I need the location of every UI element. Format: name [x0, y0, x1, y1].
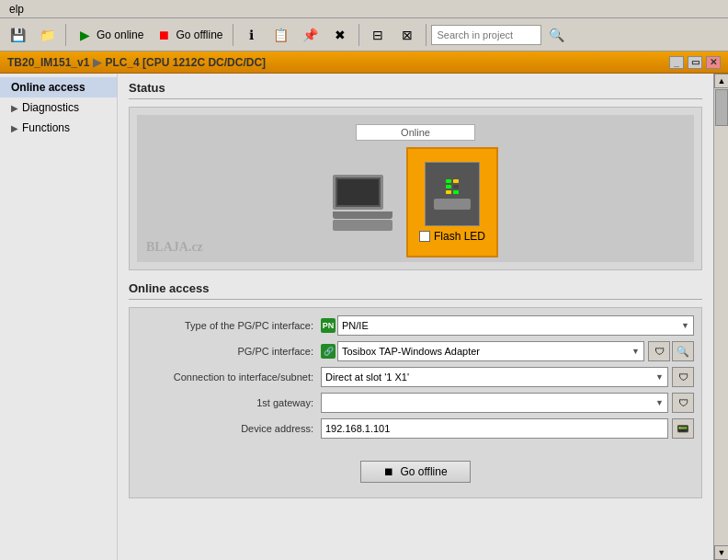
config-row-gateway: 1st gateway: ▼ 🛡	[137, 393, 694, 413]
go-online-label: Go online	[97, 29, 143, 41]
search-input[interactable]	[431, 25, 541, 45]
scroll-up-button[interactable]: ▲	[714, 74, 728, 88]
search-icon: 🔍	[548, 26, 566, 44]
computer-screen	[333, 175, 383, 210]
sidebar-item-online-access[interactable]: Online access	[0, 77, 117, 97]
go-offline-button[interactable]: ⏹ Go offline	[150, 22, 227, 48]
go-online-button[interactable]: ▶ Go online	[71, 22, 148, 48]
connection-select[interactable]: Direct at slot '1 X1' ▼	[321, 367, 668, 387]
sidebar: Online access ▶ Diagnostics ▶ Functions	[0, 74, 118, 560]
device-address-input[interactable]	[321, 418, 668, 439]
info-icon: ℹ	[243, 26, 261, 44]
sidebar-item-functions-label: Functions	[22, 121, 70, 134]
plc-inner	[425, 162, 480, 226]
save-button[interactable]: 💾	[4, 22, 31, 48]
computer-keyboard	[333, 220, 392, 231]
sidebar-item-diagnostics-label: Diagnostics	[22, 101, 79, 114]
flash-led-container: Flash LED	[419, 230, 485, 243]
content-area: Status Online	[118, 74, 713, 560]
separator-2	[233, 24, 233, 46]
separator-4	[426, 24, 427, 46]
info-button[interactable]: ℹ	[238, 22, 266, 48]
plc-led-row-2	[446, 185, 459, 189]
go-offline-btn-label: Go offline	[400, 465, 447, 478]
pgpc-interface-value: Tosibox TAP-Windows Adapter	[342, 346, 480, 357]
breadcrumb-arrow-1: ▶	[93, 56, 101, 69]
flash-led-label: Flash LED	[434, 230, 485, 243]
computer-icon	[333, 175, 397, 230]
go-online-icon: ▶	[75, 26, 94, 44]
plc-device: Flash LED	[406, 147, 498, 257]
go-offline-label: Go offline	[176, 29, 222, 41]
pgpc-interface-select[interactable]: Tosibox TAP-Windows Adapter ▼	[337, 341, 644, 361]
scroll-down-button[interactable]: ▼	[714, 545, 728, 560]
go-offline-icon: ⏹	[154, 26, 173, 44]
plc-led-5	[446, 190, 451, 194]
tile-v-button[interactable]: ⊟	[364, 22, 392, 48]
sidebar-item-diagnostics[interactable]: ▶ Diagnostics	[0, 97, 117, 118]
tile-h-button[interactable]: ⊠	[393, 22, 421, 48]
config-row-connection: Connection to interface/subnet: Direct a…	[137, 367, 694, 387]
title-bar: TB20_IM151_v1 ▶ PLC_4 [CPU 1212C DC/DC/D…	[0, 51, 728, 74]
gateway-select[interactable]: ▼	[321, 393, 668, 413]
status-visual: Online	[137, 115, 694, 262]
status-panel: Online	[129, 107, 702, 270]
status-divider	[129, 98, 702, 99]
restore-button[interactable]: ▭	[688, 56, 702, 69]
plc-led-3	[446, 185, 451, 189]
pgpc-search-button[interactable]: 🔍	[672, 341, 694, 361]
connection-buttons: 🛡	[672, 367, 694, 387]
separator-1	[65, 24, 66, 46]
gateway-arrow: ▼	[655, 398, 664, 407]
diagnostics-expand-icon: ▶	[11, 103, 18, 113]
window-controls: _ ▭ ✕	[669, 56, 721, 69]
connection-shield-button[interactable]: 🛡	[672, 367, 694, 387]
computer-base	[333, 211, 392, 219]
functions-expand-icon: ▶	[11, 123, 18, 133]
connection-arrow: ▼	[655, 372, 664, 382]
scroll-thumb[interactable]	[715, 89, 728, 126]
close-button[interactable]: ✕	[706, 56, 721, 69]
go-offline-container: ⏹ Go offline	[137, 450, 694, 490]
minimize-button[interactable]: _	[669, 56, 684, 69]
config-row-pgpc-interface: PG/PC interface: 🔗 Tosibox TAP-Windows A…	[137, 341, 694, 361]
pgpc-interface-arrow: ▼	[631, 347, 640, 356]
plc-led-6	[453, 190, 459, 194]
tile-h-icon: ⊠	[398, 26, 416, 44]
open-icon: 📁	[38, 26, 56, 44]
menu-elp[interactable]: elp	[4, 1, 29, 17]
connection-value: Direct at slot '1 X1'	[325, 371, 409, 383]
device-address-label: Device address:	[137, 423, 321, 434]
pgpc-icon: 🔗	[321, 344, 336, 359]
toolbar: 💾 📁 ▶ Go online ⏹ Go offline ℹ 📋 📌 ✖ ⊟ ⊠…	[0, 18, 728, 51]
config-row-interface-type: Type of the PG/PC interface: PN PN/IE ▼	[137, 315, 694, 336]
paste-button[interactable]: 📌	[297, 22, 324, 48]
gateway-label: 1st gateway:	[137, 397, 321, 408]
copy-button[interactable]: 📋	[267, 22, 295, 48]
flash-led-checkbox[interactable]	[419, 231, 430, 242]
config-go-offline-button[interactable]: ⏹ Go offline	[360, 461, 470, 483]
interface-type-select-group: PN PN/IE ▼	[321, 315, 694, 336]
interface-type-value: PN/IE	[342, 320, 369, 331]
interface-type-label: Type of the PG/PC interface:	[137, 320, 321, 331]
interface-type-select[interactable]: PN/IE ▼	[337, 315, 694, 336]
open-button[interactable]: 📁	[33, 22, 61, 48]
separator-3	[358, 24, 359, 46]
copy-icon: 📋	[272, 26, 290, 44]
gateway-shield-button[interactable]: 🛡	[672, 393, 694, 413]
pnie-icon: PN	[321, 318, 336, 333]
pgpc-interface-buttons: 🛡 🔍	[648, 341, 694, 361]
sidebar-item-functions[interactable]: ▶ Functions	[0, 118, 117, 138]
search-button[interactable]: 🔍	[543, 22, 571, 48]
go-offline-icon-small: ⏹	[383, 465, 394, 478]
delete-button[interactable]: ✖	[326, 22, 354, 48]
plc-led-row-1	[446, 179, 459, 183]
pgpc-shield-button[interactable]: 🛡	[648, 341, 670, 361]
plc-led-4	[453, 185, 459, 189]
menu-bar: elp	[0, 0, 728, 18]
online-access-section-header: Online access	[118, 274, 713, 299]
connection-label: Connection to interface/subnet:	[137, 371, 321, 383]
online-status-field: Online	[356, 124, 475, 141]
watermark: BLAJA.cz	[146, 240, 203, 255]
device-address-button[interactable]: 📟	[672, 418, 694, 439]
